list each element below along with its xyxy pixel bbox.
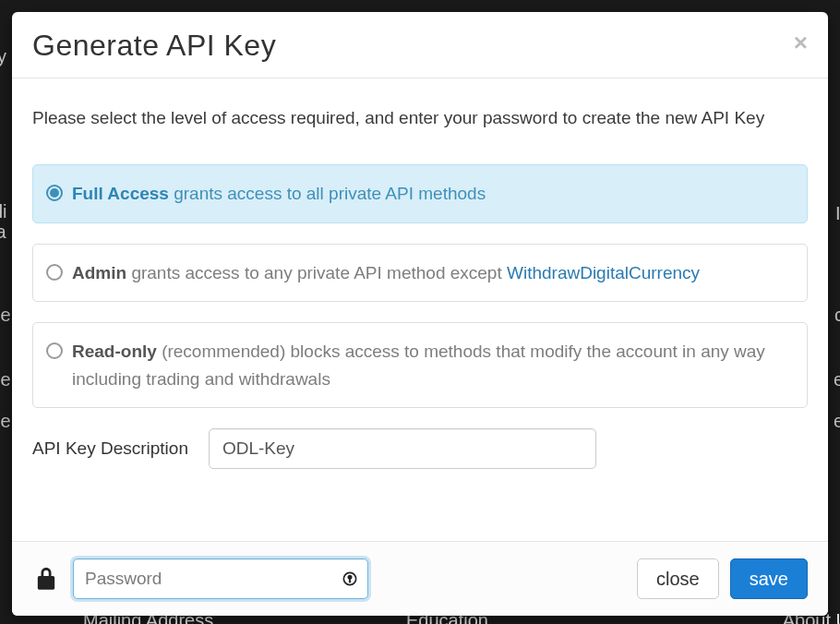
option-admin[interactable]: Admin grants access to any private API m… [32,244,808,302]
bg-text: De [0,369,11,390]
option-text: Full Access grants access to all private… [72,180,790,207]
description-input[interactable] [209,428,596,469]
description-label: API Key Description [32,438,188,459]
option-desc: grants access to all private API methods [169,184,486,203]
option-link: WithdrawDigitalCurrency [507,263,700,282]
option-hint: (recommended) [157,342,285,361]
modal-header: Generate API Key × [12,12,828,78]
bg-text: De [0,411,11,432]
radio-icon [46,342,63,359]
option-name: Read-only [72,342,157,361]
save-button[interactable]: save [730,558,808,599]
close-icon[interactable]: × [794,29,808,54]
generate-api-key-modal: Generate API Key × Please select the lev… [12,12,828,616]
bg-text: e [834,411,840,432]
bg-text: ta [0,222,6,243]
radio-icon [46,264,63,281]
option-name: Full Access [72,184,169,203]
svg-point-1 [348,576,351,579]
key-icon [341,570,359,588]
option-readonly[interactable]: Read-only (recommended) blocks access to… [32,322,808,408]
bg-text: c [834,305,840,326]
option-full-access[interactable]: Full Access grants access to all private… [32,164,808,222]
password-wrapper [73,558,368,599]
description-row: API Key Description [32,428,808,469]
close-button[interactable]: close [637,558,719,599]
radio-icon [46,185,63,201]
modal-body: Please select the level of access requir… [12,78,828,541]
bg-text: ey [0,46,6,67]
option-text: Admin grants access to any private API m… [72,259,790,286]
bg-text: e [834,369,840,390]
password-input[interactable] [73,558,368,599]
option-name: Admin [72,263,126,282]
instruction-text: Please select the level of access requir… [32,104,808,131]
option-text: Read-only (recommended) blocks access to… [72,338,790,392]
bg-text: De [0,305,11,326]
bg-text: II [835,203,840,224]
bg-text: di [0,201,7,222]
modal-footer: close save [12,541,828,616]
modal-title: Generate API Key [32,29,276,63]
lock-icon [36,567,56,591]
option-desc: grants access to any private API method … [126,263,507,282]
